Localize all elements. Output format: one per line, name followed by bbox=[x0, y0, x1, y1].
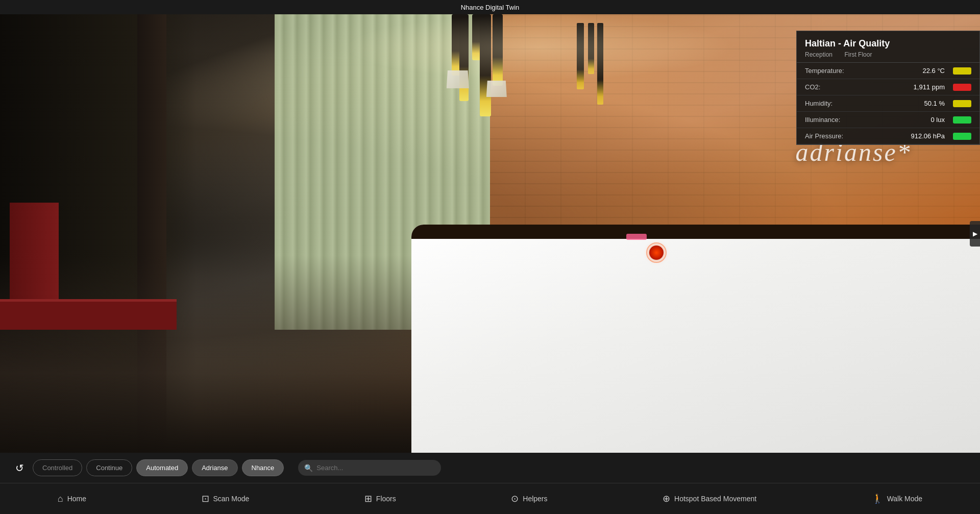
aq-location1: Reception bbox=[805, 51, 832, 58]
aq-subtitle: Reception First Floor bbox=[805, 51, 971, 58]
aq-row-label: Air Pressure: bbox=[805, 132, 899, 140]
nav-item-floors[interactable]: ⊞ Floors bbox=[354, 493, 406, 504]
aq-row: Air Pressure: 912.06 hPa bbox=[797, 128, 979, 144]
aq-row-indicator bbox=[953, 116, 971, 124]
aq-row: Temperature: 22.6 °C bbox=[797, 63, 979, 79]
aq-row-value: 50.1 % bbox=[899, 100, 945, 107]
chandelier bbox=[431, 14, 523, 157]
aq-row-indicator bbox=[953, 84, 971, 91]
nav-bar: ⌂ Home ⊡ Scan Mode ⊞ Floors ⊙ Helpers ⊕ … bbox=[0, 483, 980, 514]
scan-mode-icon: ⊡ bbox=[202, 493, 209, 504]
hotspot-marker[interactable] bbox=[646, 242, 667, 263]
aq-row-value: 912.06 hPa bbox=[899, 132, 945, 140]
search-input[interactable] bbox=[298, 460, 441, 476]
nav-item-hotspot-movement[interactable]: ⊕ Hotspot Based Movement bbox=[652, 493, 767, 504]
aq-location2: First Floor bbox=[844, 51, 872, 58]
aq-row-label: Temperature: bbox=[805, 67, 899, 75]
app-title: Nhance Digital Twin bbox=[461, 4, 520, 11]
btn-controlled[interactable]: Controlled bbox=[33, 459, 82, 476]
air-quality-panel: Haltian - Air Quality Reception First Fl… bbox=[796, 31, 980, 145]
reception-desk-body bbox=[411, 225, 980, 453]
aq-row-label: Illuminance: bbox=[805, 116, 899, 124]
search-container: 🔍 bbox=[298, 460, 441, 476]
nav-item-home[interactable]: ⌂ Home bbox=[47, 494, 96, 504]
hotspot-movement-icon: ⊕ bbox=[663, 493, 670, 504]
aq-row-label: Humidity: bbox=[805, 100, 899, 107]
walk-mode-icon: 🚶 bbox=[872, 493, 883, 504]
hotspot-movement-label: Hotspot Based Movement bbox=[674, 495, 756, 503]
pink-indicator bbox=[626, 234, 647, 240]
btn-continue[interactable]: Continue bbox=[86, 459, 132, 476]
btn-adrianse[interactable]: Adrianse bbox=[192, 459, 237, 476]
bottom-toolbar: ↺ ControlledContinueAutomatedAdrianseNha… bbox=[0, 453, 980, 514]
far-lights bbox=[577, 23, 607, 125]
aq-row-indicator bbox=[953, 67, 971, 75]
btn-automated[interactable]: Automated bbox=[136, 459, 188, 476]
left-column bbox=[137, 14, 167, 453]
panel-collapse-arrow[interactable]: ▶ bbox=[970, 221, 980, 247]
back-icon: ↺ bbox=[15, 462, 24, 474]
aq-row-value: 1,911 ppm bbox=[899, 83, 945, 91]
back-button[interactable]: ↺ bbox=[10, 459, 29, 477]
toolbar-controls: ↺ ControlledContinueAutomatedAdrianseNha… bbox=[0, 453, 980, 483]
search-icon: 🔍 bbox=[304, 464, 313, 472]
arrow-icon: ▶ bbox=[973, 230, 977, 237]
floors-icon: ⊞ bbox=[364, 493, 372, 504]
aq-row: CO2: 1,911 ppm bbox=[797, 79, 979, 95]
aq-row-indicator bbox=[953, 100, 971, 107]
nav-item-helpers[interactable]: ⊙ Helpers bbox=[501, 493, 557, 504]
bench bbox=[0, 299, 177, 330]
title-bar: Nhance Digital Twin bbox=[0, 0, 980, 14]
aq-row-label: CO2: bbox=[805, 83, 899, 91]
aq-row-indicator bbox=[953, 133, 971, 140]
aq-row-value: 22.6 °C bbox=[899, 67, 945, 75]
aq-rows-container: Temperature: 22.6 °C CO2: 1,911 ppm Humi… bbox=[797, 63, 979, 144]
aq-title: Haltian - Air Quality bbox=[805, 38, 971, 49]
home-label: Home bbox=[67, 495, 86, 503]
btn-nhance[interactable]: Nhance bbox=[242, 459, 284, 476]
bench-back bbox=[10, 203, 59, 299]
floors-label: Floors bbox=[376, 495, 396, 503]
hotspot-ring bbox=[646, 242, 667, 263]
aq-header: Haltian - Air Quality Reception First Fl… bbox=[797, 31, 979, 63]
viewport: adrianse* ▶ Haltian - Air Quality Recept… bbox=[0, 14, 980, 453]
walk-mode-label: Walk Mode bbox=[887, 495, 923, 503]
home-icon: ⌂ bbox=[58, 494, 63, 504]
desk-top bbox=[411, 225, 980, 239]
helpers-label: Helpers bbox=[523, 495, 547, 503]
helpers-icon: ⊙ bbox=[511, 493, 519, 504]
nav-item-scan-mode[interactable]: ⊡ Scan Mode bbox=[191, 493, 260, 504]
scan-mode-label: Scan Mode bbox=[213, 495, 250, 503]
toolbar-buttons: ControlledContinueAutomatedAdrianseNhanc… bbox=[33, 459, 284, 476]
aq-row-value: 0 lux bbox=[899, 116, 945, 124]
aq-row: Illuminance: 0 lux bbox=[797, 112, 979, 128]
nav-item-walk-mode[interactable]: 🚶 Walk Mode bbox=[862, 493, 933, 504]
aq-row: Humidity: 50.1 % bbox=[797, 95, 979, 112]
